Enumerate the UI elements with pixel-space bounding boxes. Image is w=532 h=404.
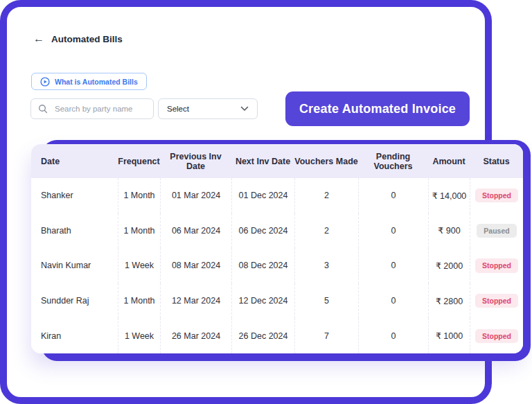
screen: ← Automated Bills What is Automated Bill… — [0, 0, 532, 404]
cell-previous-inv-date: 08 Mar 2024 — [160, 248, 231, 283]
column-header-pending-vouchers: Pending Vouchers — [358, 144, 428, 178]
cell-pending-vouchers: 0 — [358, 178, 428, 213]
cell-next-inv-date: 01 Dec 2024 — [231, 178, 294, 213]
column-header-status: Status — [470, 144, 523, 178]
cell-date: Sundder Raj — [31, 283, 118, 319]
create-automated-invoice-button[interactable]: Create Automated Invoice — [285, 91, 470, 126]
status-badge: Stopped — [475, 188, 518, 202]
cell-status: Stopped — [470, 318, 523, 353]
cell-previous-inv-date: 12 Mar 2024 — [160, 283, 231, 319]
table-row[interactable]: Navin Kumar 1 Week 08 Mar 2024 08 Dec 20… — [31, 248, 523, 283]
cell-vouchers-made: 5 — [294, 283, 358, 319]
cell-status: Stopped — [470, 248, 523, 283]
table-row[interactable]: Sundder Raj 1 Month 12 Mar 2024 12 Dec 2… — [31, 283, 523, 319]
cell-next-inv-date: 12 Dec 2024 — [231, 283, 294, 319]
cell-previous-inv-date: 26 Mar 2024 — [160, 318, 231, 353]
status-badge: Stopped — [475, 294, 518, 308]
cell-pending-vouchers: 0 — [358, 248, 428, 283]
table-header-row: Date Frequenct Previous Inv Date Next In… — [31, 144, 523, 178]
cell-date: Kiran — [31, 318, 118, 353]
cell-vouchers-made: 2 — [294, 178, 358, 213]
cell-status: Stopped — [470, 178, 523, 213]
cell-frequency: 1 Month — [118, 178, 160, 213]
cell-status: Stopped — [470, 283, 523, 319]
cell-previous-inv-date: 01 Mar 2024 — [160, 178, 231, 213]
status-badge: Stopped — [475, 329, 518, 343]
help-button-label: What is Automated Bills — [55, 78, 138, 86]
cell-vouchers-made: 7 — [294, 318, 358, 353]
search-box — [30, 98, 154, 119]
status-badge: Stopped — [475, 258, 518, 272]
cell-vouchers-made: 3 — [294, 248, 358, 283]
cell-next-inv-date: 26 Dec 2024 — [231, 318, 294, 353]
cell-amount: ₹ 2000 — [428, 248, 470, 283]
play-icon — [40, 77, 50, 87]
cell-frequency: 1 Week — [118, 318, 160, 353]
cell-amount: ₹ 1000 — [428, 318, 470, 353]
what-is-automated-bills-button[interactable]: What is Automated Bills — [31, 73, 147, 90]
status-badge: Paused — [477, 224, 516, 238]
cell-date: Bharath — [31, 213, 118, 249]
select-value: Select — [167, 105, 189, 113]
column-header-next-inv-date: Next Inv Date — [231, 144, 294, 178]
page-title: Automated Bills — [51, 34, 123, 44]
cell-vouchers-made: 2 — [294, 213, 358, 249]
cell-pending-vouchers: 0 — [358, 318, 428, 353]
back-button[interactable]: ← Automated Bills — [33, 33, 123, 44]
search-input[interactable] — [53, 104, 146, 114]
cell-amount: ₹ 900 — [428, 213, 470, 249]
cell-frequency: 1 Week — [118, 248, 160, 283]
table-row[interactable]: Bharath 1 Month 06 Mar 2024 06 Dec 2024 … — [31, 213, 523, 249]
cell-next-inv-date: 06 Dec 2024 — [231, 213, 294, 249]
column-header-frequency: Frequenct — [118, 144, 160, 178]
cell-next-inv-date: 08 Dec 2024 — [231, 248, 294, 283]
column-header-amount: Amount — [428, 144, 470, 178]
cell-pending-vouchers: 0 — [358, 213, 428, 249]
cell-pending-vouchers: 0 — [358, 283, 428, 319]
cell-amount: ₹ 2800 — [428, 283, 470, 319]
column-header-vouchers-made: Vouchers Made — [294, 144, 358, 178]
search-icon — [38, 104, 48, 114]
filter-select[interactable]: Select — [158, 98, 258, 119]
column-header-date: Date — [31, 144, 118, 178]
cell-frequency: 1 Month — [118, 213, 160, 249]
cell-previous-inv-date: 06 Mar 2024 — [160, 213, 231, 249]
table-row[interactable]: Kiran 1 Week 26 Mar 2024 26 Dec 2024 7 0… — [31, 318, 523, 353]
back-arrow-icon: ← — [33, 33, 44, 44]
cell-date: Shanker — [31, 178, 118, 213]
cell-amount: ₹ 14,000 — [428, 178, 470, 213]
cell-date: Navin Kumar — [31, 248, 118, 283]
chevron-down-icon — [240, 106, 249, 112]
automated-bills-table: Date Frequenct Previous Inv Date Next In… — [31, 144, 523, 353]
column-header-previous-inv-date: Previous Inv Date — [160, 144, 231, 178]
table-row[interactable]: Shanker 1 Month 01 Mar 2024 01 Dec 2024 … — [31, 178, 523, 213]
cell-frequency: 1 Month — [118, 283, 160, 319]
cell-status: Paused — [470, 213, 523, 249]
